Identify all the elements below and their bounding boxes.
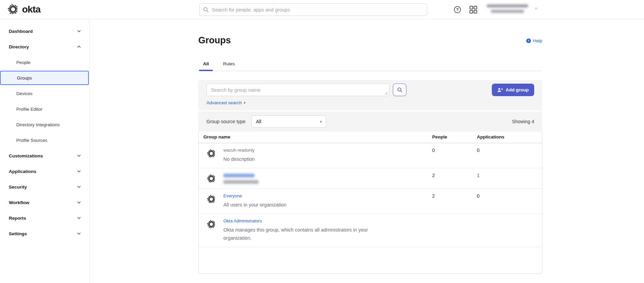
- sidebar-item-settings[interactable]: Settings: [0, 226, 89, 241]
- sidebar-item-label: Devices: [16, 91, 33, 96]
- selected-source-value: All: [256, 119, 261, 124]
- user-org-redacted: [491, 10, 524, 13]
- table-footer: [199, 247, 542, 274]
- group-description: No description: [223, 155, 389, 163]
- column-people: People: [432, 134, 447, 139]
- people-count: 0: [432, 148, 435, 153]
- chevron-down-icon: [77, 232, 81, 235]
- group-starburst-icon: [207, 149, 216, 158]
- okta-logo[interactable]: okta: [7, 4, 40, 15]
- advanced-search-label: Advanced search: [206, 100, 242, 105]
- sidebar-item-directory[interactable]: Directory: [0, 39, 89, 55]
- sidebar-item-directory-integrations[interactable]: Directory Integrations: [0, 117, 89, 132]
- table-row: Okta AdministratorsOkta manages this gro…: [199, 214, 542, 247]
- main-area: Groups ? Help AllRules A: [89, 19, 644, 283]
- group-name-link[interactable]: Okta Administrators: [223, 218, 389, 224]
- sidebar-nav: DashboardDirectoryPeopleGroupsDevicesPro…: [0, 19, 89, 283]
- user-account-menu[interactable]: [484, 4, 531, 15]
- add-group-button[interactable]: Add group: [492, 84, 534, 96]
- group-starburst-icon: [207, 174, 216, 183]
- applications-count: 0: [477, 148, 480, 153]
- sidebar-item-label: Security: [9, 184, 27, 190]
- sidebar-item-devices[interactable]: Devices: [0, 86, 89, 101]
- table-row: 21: [199, 168, 542, 189]
- group-starburst-icon: [207, 195, 216, 204]
- help-info-icon: ?: [526, 38, 531, 43]
- svg-text:?: ?: [528, 39, 529, 43]
- chevron-down-icon: [77, 170, 81, 173]
- group-search-button[interactable]: [393, 84, 406, 96]
- column-group-name: Group name: [203, 134, 230, 139]
- resize-grip-icon[interactable]: [385, 92, 388, 95]
- okta-wordmark: okta: [22, 4, 40, 15]
- sidebar-item-label: Customizations: [9, 153, 43, 158]
- applications-count[interactable]: 1: [477, 173, 480, 178]
- tab-bar: AllRules: [198, 56, 542, 71]
- sidebar-item-customizations[interactable]: Customizations: [0, 148, 89, 164]
- help-question-icon[interactable]: ?: [453, 5, 462, 14]
- chevron-down-icon: [77, 30, 81, 32]
- sidebar-item-label: Workflow: [9, 200, 29, 205]
- group-description: All users in your organization: [223, 201, 389, 209]
- user-menu-chevron-icon[interactable]: [534, 7, 538, 10]
- sidebar-item-workflow[interactable]: Workflow: [0, 195, 89, 210]
- group-name-link[interactable]: Everyone: [223, 193, 389, 199]
- global-search-input[interactable]: [199, 3, 427, 16]
- search-icon: [397, 87, 403, 93]
- search-icon: [203, 7, 209, 13]
- group-description: Okta manages this group, which contains …: [223, 226, 389, 242]
- groups-table: Group name People Applications wazuh-rea…: [198, 132, 542, 274]
- sidebar-item-label: Directory Integrations: [16, 122, 60, 127]
- table-row: EveryoneAll users in your organization20: [199, 189, 542, 214]
- page-title: Groups: [198, 34, 231, 46]
- sidebar-item-label: Reports: [9, 216, 26, 221]
- chevron-down-icon: [77, 201, 81, 204]
- group-name-link[interactable]: wazuh-readonly: [223, 147, 389, 153]
- svg-text:?: ?: [456, 7, 458, 12]
- global-search: [199, 3, 427, 16]
- tab-rules[interactable]: Rules: [218, 56, 240, 71]
- sidebar-item-label: Dashboard: [9, 29, 33, 34]
- group-search-input[interactable]: [206, 84, 389, 96]
- sidebar-item-label: Profile Editor: [16, 107, 42, 112]
- page-help-link[interactable]: ? Help: [526, 38, 542, 43]
- top-header: okta ?: [0, 0, 644, 19]
- user-name-redacted: [487, 4, 528, 7]
- chevron-down-icon: [77, 217, 81, 219]
- group-source-type-select[interactable]: All ▾: [251, 115, 326, 128]
- sidebar-item-profile-editor[interactable]: Profile Editor: [0, 101, 89, 117]
- people-count: 2: [432, 193, 435, 199]
- sidebar-item-applications[interactable]: Applications: [0, 164, 89, 179]
- group-source-type-label: Group source type: [206, 119, 245, 124]
- table-row: wazuh-readonlyNo description00: [199, 143, 542, 168]
- sidebar-item-profile-sources[interactable]: Profile Sources: [0, 132, 89, 148]
- group-search-panel: Add group Advanced search ▾: [198, 80, 542, 110]
- filter-band: Group source type All ▾ Showing 4: [198, 111, 542, 132]
- chevron-down-icon: [77, 154, 81, 157]
- table-header: Group name People Applications: [199, 132, 542, 143]
- sidebar-item-groups[interactable]: Groups: [0, 71, 89, 85]
- sidebar-item-label: Settings: [9, 231, 27, 236]
- people-count: 2: [432, 173, 435, 178]
- column-applications: Applications: [477, 134, 504, 139]
- sidebar-item-label: Directory: [9, 44, 29, 49]
- apps-grid-icon[interactable]: [469, 5, 478, 14]
- sidebar-item-label: Profile Sources: [16, 138, 47, 143]
- tab-all[interactable]: All: [198, 56, 214, 71]
- sidebar-item-dashboard[interactable]: Dashboard: [0, 23, 89, 39]
- sidebar-item-security[interactable]: Security: [0, 179, 89, 195]
- help-link-label: Help: [533, 38, 542, 43]
- applications-count: 0: [477, 193, 480, 199]
- select-caret-icon: ▾: [320, 119, 322, 124]
- sidebar-item-reports[interactable]: Reports: [0, 210, 89, 226]
- add-user-icon: [497, 87, 503, 93]
- sidebar-item-label: Applications: [9, 169, 36, 174]
- caret-down-icon: ▾: [244, 101, 245, 105]
- group-name-redacted[interactable]: [223, 174, 255, 177]
- group-description-redacted: [223, 180, 259, 184]
- chevron-up-icon: [77, 45, 81, 48]
- sidebar-item-people[interactable]: People: [0, 55, 89, 70]
- add-group-label: Add group: [506, 87, 529, 92]
- advanced-search-link[interactable]: Advanced search ▾: [206, 100, 245, 105]
- okta-starburst-icon: [7, 4, 19, 15]
